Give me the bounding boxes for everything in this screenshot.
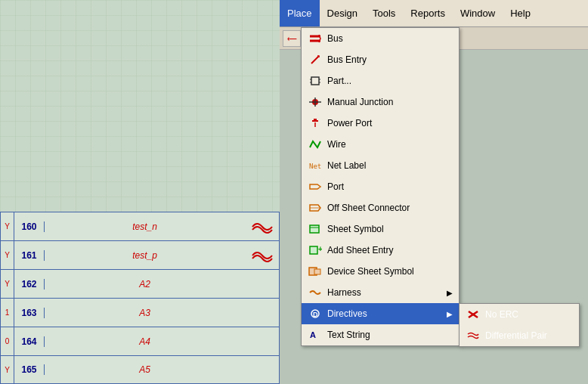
port-icon xyxy=(308,179,323,194)
wire-label: Wire xyxy=(327,139,453,150)
menu-tools[interactable]: Tools xyxy=(365,0,403,26)
row-marker: 1 xyxy=(1,299,14,327)
wire-icon xyxy=(308,137,323,152)
toolbar-btn-1[interactable]: ⟵ xyxy=(283,30,301,47)
menu-item-directives[interactable]: D Directives ▶ No ERC xyxy=(302,303,459,324)
svg-rect-15 xyxy=(310,225,319,233)
table-row: 1 163 A3 xyxy=(0,298,280,327)
no-erc-icon xyxy=(466,307,481,322)
text-string-icon: A xyxy=(308,327,323,342)
sheet-symbol-label: Sheet Symbol xyxy=(327,224,453,234)
menu-item-part[interactable]: Part... xyxy=(302,70,459,91)
menu-item-junction[interactable]: Manual Junction xyxy=(302,91,459,113)
row-name: A3 xyxy=(45,308,245,318)
table-row: 0 164 A4 xyxy=(0,327,280,355)
table-row: Y 165 A5 xyxy=(0,355,280,384)
row-name: A5 xyxy=(45,364,245,375)
bus-label: Bus xyxy=(327,33,453,44)
net-label-label: Net Label xyxy=(327,160,453,171)
menu-window[interactable]: Window xyxy=(453,0,503,26)
menu-item-off-sheet[interactable]: Off Sheet Connector xyxy=(302,197,459,218)
row-marker: 0 xyxy=(1,327,14,355)
row-marker: Y xyxy=(1,270,14,298)
power-port-icon xyxy=(308,116,323,131)
bus-entry-label: Bus Entry xyxy=(327,54,453,65)
row-icon xyxy=(245,219,279,234)
add-sheet-label: Add Sheet Entry xyxy=(327,245,453,255)
device-sheet-label: Device Sheet Symbol xyxy=(327,266,453,277)
svg-rect-20 xyxy=(314,269,320,274)
table-row: Y 160 test_n xyxy=(0,212,280,240)
off-sheet-label: Off Sheet Connector xyxy=(327,203,453,213)
bus-entry-icon xyxy=(308,52,323,67)
menu-item-bus[interactable]: Bus xyxy=(302,28,459,49)
menu-item-net-label[interactable]: NetL Net Label xyxy=(302,155,459,176)
row-marker: Y xyxy=(1,212,14,240)
harness-icon xyxy=(308,285,323,300)
menu-help[interactable]: Help xyxy=(503,0,538,26)
menu-item-text-string[interactable]: A Text String xyxy=(302,324,459,345)
off-sheet-icon xyxy=(308,200,323,215)
junction-icon xyxy=(308,94,323,110)
menu-item-harness[interactable]: Harness ▶ xyxy=(302,282,459,303)
svg-text:A: A xyxy=(310,330,316,339)
menu-design[interactable]: Design xyxy=(320,0,365,26)
row-name: A2 xyxy=(45,279,245,290)
row-icon xyxy=(245,248,279,263)
directives-submenu-arrow: ▶ xyxy=(447,310,453,318)
svg-marker-12 xyxy=(310,184,320,189)
table-row: Y 161 test_p xyxy=(0,240,280,269)
menu-item-add-sheet[interactable]: + Add Sheet Entry xyxy=(302,240,459,261)
row-number: 160 xyxy=(14,221,45,232)
no-erc-label: No ERC xyxy=(485,309,573,320)
power-port-label: Power Port xyxy=(327,118,453,129)
menubar: Place Design Tools Reports Window Help xyxy=(280,0,588,27)
svg-text:NetL: NetL xyxy=(309,163,322,170)
svg-rect-0 xyxy=(311,77,319,85)
row-number: 163 xyxy=(14,308,45,318)
submenu-item-no-erc[interactable]: No ERC xyxy=(460,304,579,325)
row-number: 162 xyxy=(14,279,45,290)
menu-item-device-sheet[interactable]: Device Sheet Symbol xyxy=(302,261,459,282)
schematic-table: Y 160 test_n Y 161 test_p Y 162 A2 1 163… xyxy=(0,212,280,384)
directives-icon: D xyxy=(308,306,323,321)
text-string-label: Text String xyxy=(327,330,453,340)
menu-place[interactable]: Place xyxy=(280,0,320,26)
directives-submenu: No ERC Differential Pair xyxy=(459,303,580,347)
row-number: 165 xyxy=(14,364,45,375)
row-marker: Y xyxy=(1,356,14,383)
add-sheet-icon: + xyxy=(308,243,323,258)
part-label: Part... xyxy=(327,76,453,86)
net-label-icon: NetL xyxy=(308,158,323,173)
menu-item-port[interactable]: Port xyxy=(302,176,459,197)
directives-label: Directives xyxy=(327,308,442,319)
row-name: test_p xyxy=(45,250,245,261)
harness-label: Harness xyxy=(327,287,442,298)
svg-text:+: + xyxy=(318,245,322,253)
row-name: A4 xyxy=(45,336,245,347)
menu-item-bus-entry[interactable]: Bus Entry xyxy=(302,49,459,70)
bus-icon xyxy=(308,31,323,46)
diff-pair-label: Differential Pair xyxy=(485,330,573,341)
place-menu: Bus Bus Entry P xyxy=(301,27,460,346)
menu-item-sheet-symbol[interactable]: Sheet Symbol xyxy=(302,218,459,240)
harness-submenu-arrow: ▶ xyxy=(447,289,453,297)
port-label: Port xyxy=(327,181,453,192)
row-number: 164 xyxy=(14,336,45,347)
table-row: Y 162 A2 xyxy=(0,269,280,298)
device-sheet-icon xyxy=(308,264,323,279)
row-name: test_n xyxy=(45,221,245,232)
menu-item-wire[interactable]: Wire xyxy=(302,134,459,155)
submenu-item-diff-pair[interactable]: Differential Pair xyxy=(460,325,579,346)
diff-pair-icon xyxy=(466,328,481,343)
menu-item-power[interactable]: Power Port xyxy=(302,113,459,134)
svg-rect-17 xyxy=(310,246,317,254)
sheet-symbol-icon xyxy=(308,221,323,237)
menu-reports[interactable]: Reports xyxy=(403,0,453,26)
part-icon xyxy=(308,73,323,88)
svg-text:D: D xyxy=(313,311,318,318)
row-number: 161 xyxy=(14,250,45,261)
junction-label: Manual Junction xyxy=(327,97,453,107)
row-marker: Y xyxy=(1,241,14,269)
